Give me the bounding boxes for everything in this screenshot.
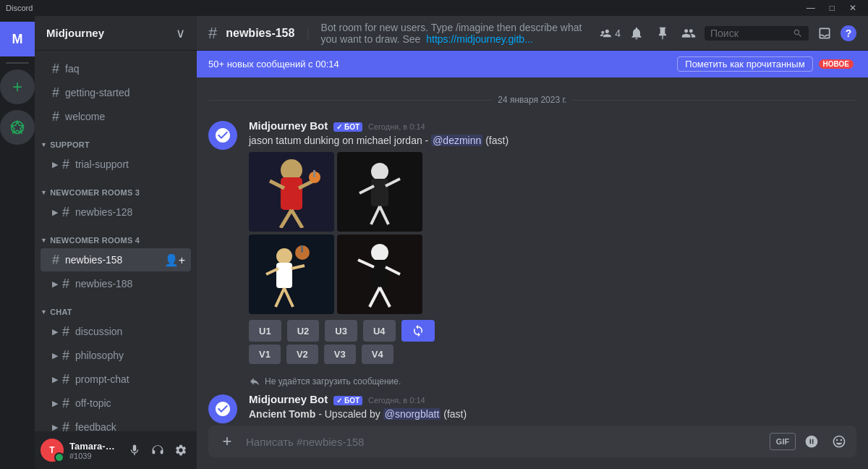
messages-area[interactable]: 24 января 2023 г. Midjourney Bot ✓ БОТ С… bbox=[197, 77, 868, 426]
channel-item-off-topic[interactable]: ▶ # off-topic bbox=[41, 392, 191, 415]
channel-item-trial-support[interactable]: ▶ # trial-support bbox=[41, 153, 191, 176]
user-tag: #1039 bbox=[69, 452, 119, 460]
username: Tamara-SS... bbox=[69, 441, 119, 452]
server-icon-midjourney[interactable]: M bbox=[0, 22, 35, 56]
explore-servers-button[interactable] bbox=[0, 110, 35, 145]
inbox-button[interactable] bbox=[814, 23, 835, 43]
channel-item-newbies-158[interactable]: # newbies-158 👤+ bbox=[41, 248, 191, 271]
hash-icon: # bbox=[62, 157, 69, 172]
user-mention: @dezminn bbox=[431, 135, 482, 146]
chevron-down-icon: ∨ bbox=[176, 25, 185, 41]
collapse-icon: ▼ bbox=[41, 308, 47, 316]
svg-point-19 bbox=[276, 248, 292, 264]
title-bar-controls[interactable]: — □ ✕ bbox=[801, 3, 862, 13]
generated-image-3[interactable] bbox=[249, 234, 334, 314]
upscale-4-button[interactable]: U4 bbox=[363, 320, 396, 342]
channel-link[interactable]: https://midjourney.gitb... bbox=[426, 33, 533, 45]
channel-item-discussion[interactable]: ▶ # discussion bbox=[41, 320, 191, 343]
bot-avatar bbox=[208, 121, 237, 150]
image-grid bbox=[249, 152, 422, 314]
svg-point-12 bbox=[371, 163, 388, 180]
variation-4-button[interactable]: V4 bbox=[362, 345, 393, 364]
channel-list: # faq # getting-started # welcome ▼ SUPP… bbox=[35, 51, 197, 431]
collapse-arrow-icon: ▶ bbox=[52, 160, 58, 169]
add-server-icon: + bbox=[0, 69, 35, 104]
channel-label: off-topic bbox=[75, 397, 111, 409]
search-input[interactable] bbox=[710, 28, 790, 39]
add-server-button[interactable]: + bbox=[0, 69, 35, 104]
server-header[interactable]: Midjourney ∨ bbox=[35, 16, 197, 51]
svg-rect-20 bbox=[276, 263, 292, 288]
channel-hash-icon: # bbox=[208, 24, 217, 43]
help-button[interactable]: ? bbox=[841, 25, 856, 41]
members-button[interactable] bbox=[678, 23, 699, 43]
server-sidebar: M + bbox=[0, 16, 35, 469]
section-chat[interactable]: ▼ CHAT bbox=[35, 296, 197, 319]
hash-icon: # bbox=[52, 109, 59, 124]
channel-item-feedback[interactable]: ▶ # feedback bbox=[41, 415, 191, 431]
close-btn[interactable]: ✕ bbox=[843, 3, 862, 13]
message-text: jason tatum dunking on michael jordan - … bbox=[249, 135, 856, 146]
section-newcomer-3[interactable]: ▼ NEWCOMER ROOMS 3 bbox=[35, 177, 197, 200]
microphone-button[interactable] bbox=[124, 440, 145, 460]
notification-bell-button[interactable] bbox=[626, 23, 647, 43]
search-box[interactable] bbox=[705, 26, 809, 41]
date-divider: 24 января 2023 г. bbox=[197, 89, 868, 111]
svg-rect-26 bbox=[301, 245, 303, 253]
add-attachment-button[interactable]: + bbox=[214, 426, 240, 457]
upscale-2-button[interactable]: U2 bbox=[287, 320, 320, 342]
main-content: # newbies-158 | Bot room for new users. … bbox=[197, 16, 868, 469]
channel-item-getting-started[interactable]: # getting-started bbox=[41, 81, 191, 104]
channel-item-newbies-128[interactable]: ▶ # newbies-128 bbox=[41, 200, 191, 224]
channel-item-prompt-chat[interactable]: ▶ # prompt-chat bbox=[41, 368, 191, 391]
variation-1-button[interactable]: V1 bbox=[249, 345, 281, 364]
channel-label: philosophy bbox=[75, 350, 124, 361]
header-tools: 4 ? bbox=[600, 23, 856, 43]
section-newcomer-4[interactable]: ▼ NEWCOMER ROOMS 4 bbox=[35, 224, 197, 248]
upscale-3-button[interactable]: U3 bbox=[325, 320, 357, 342]
message-input[interactable] bbox=[246, 426, 764, 457]
variation-3-button[interactable]: V3 bbox=[324, 345, 356, 364]
midjourney-server-avatar: M bbox=[0, 22, 35, 56]
new-messages-banner[interactable]: 50+ новых сообщений с 00:14 Пометить как… bbox=[197, 51, 868, 77]
title-bar-left: Discord bbox=[6, 4, 33, 12]
message-text-2: Ancient Tomb - Upscaled by @snorgblatt (… bbox=[249, 408, 856, 420]
minimize-btn[interactable]: — bbox=[801, 3, 821, 13]
generated-image-4[interactable] bbox=[337, 234, 422, 314]
gif-button[interactable]: GIF bbox=[770, 433, 796, 450]
section-label: CHAT bbox=[50, 308, 72, 316]
user-details: Tamara-SS... #1039 bbox=[69, 441, 119, 460]
pin-button[interactable] bbox=[652, 23, 673, 43]
generated-image-1[interactable] bbox=[249, 152, 334, 232]
headphones-button[interactable] bbox=[148, 440, 168, 460]
input-actions: GIF bbox=[770, 430, 851, 453]
channel-item-welcome[interactable]: # welcome bbox=[41, 105, 191, 128]
channel-item-newbies-188[interactable]: ▶ # newbies-188 bbox=[41, 272, 191, 295]
upscale-1-button[interactable]: U1 bbox=[249, 320, 281, 342]
channel-label: newbies-158 bbox=[65, 254, 122, 266]
variation-2-button[interactable]: V2 bbox=[286, 345, 318, 364]
regenerate-button[interactable] bbox=[401, 320, 435, 342]
message-input-box: + GIF bbox=[208, 426, 856, 457]
message-time: Сегодня, в 0:14 bbox=[368, 122, 425, 131]
section-support[interactable]: ▼ SUPPORT bbox=[35, 129, 197, 152]
server-divider bbox=[6, 62, 29, 64]
title-bar: Discord — □ ✕ bbox=[0, 0, 868, 16]
channel-item-faq[interactable]: # faq bbox=[41, 57, 191, 80]
settings-button[interactable] bbox=[171, 440, 191, 460]
channel-item-philosophy[interactable]: ▶ # philosophy bbox=[41, 344, 191, 367]
action-buttons: U1 U2 U3 U4 bbox=[249, 320, 856, 342]
section-label: NEWCOMER ROOMS 3 bbox=[50, 188, 140, 197]
sticker-button[interactable] bbox=[800, 430, 823, 453]
mark-read-button[interactable]: Пометить как прочитанным bbox=[677, 56, 812, 72]
bot-badge-2: ✓ БОТ bbox=[333, 396, 362, 405]
message-content-2: Не удаётся загрузить сообщение. bbox=[249, 376, 856, 390]
date-text: 24 января 2023 г. bbox=[498, 95, 566, 105]
maximize-btn[interactable]: □ bbox=[824, 3, 841, 13]
header-divider: | bbox=[306, 27, 309, 40]
channel-label: newbies-188 bbox=[75, 278, 132, 290]
collapse-arrow-icon: ▶ bbox=[52, 375, 58, 384]
generated-image-2[interactable] bbox=[337, 152, 422, 232]
emoji-button[interactable] bbox=[827, 430, 851, 453]
channel-label: newbies-128 bbox=[75, 206, 132, 218]
